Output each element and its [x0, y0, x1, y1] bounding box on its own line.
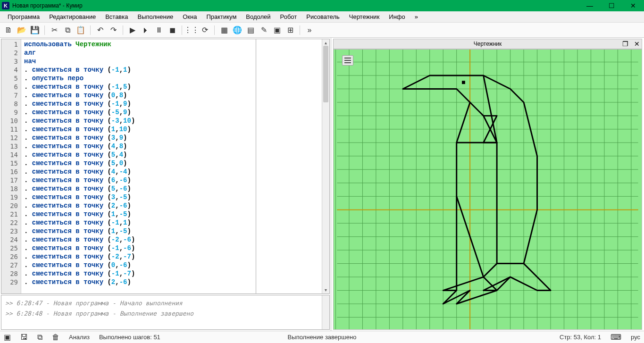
drawing-canvas[interactable] — [333, 49, 642, 330]
menu-Водолей[interactable]: Водолей — [241, 12, 275, 21]
undo-icon[interactable]: ↶ — [94, 25, 106, 36]
menu-Редактирование[interactable]: Редактирование — [44, 12, 100, 21]
code-content[interactable]: использовать Чертежник алг нач . сместит… — [21, 39, 256, 293]
status-lang: рус — [631, 334, 640, 341]
paste-icon[interactable]: 📋 — [75, 25, 86, 36]
stop-icon[interactable]: ◼ — [167, 25, 178, 36]
tool-icon[interactable]: ✎ — [258, 25, 269, 36]
status-done: Выполнение завершено — [288, 334, 357, 341]
console-line: >> 6:28:47 - Новая программа - Начало вы… — [5, 298, 318, 309]
canvas-menu-icon[interactable] — [342, 55, 353, 66]
step-icon[interactable]: ⏵ — [140, 25, 151, 36]
keyboard-icon[interactable]: ⌨ — [611, 333, 621, 342]
window-title: Новая программа* - Кумир — [12, 2, 579, 9]
status-analysis: Анализ — [69, 334, 90, 341]
separator — [44, 25, 45, 35]
separator — [123, 25, 123, 35]
title-bar: K Новая программа* - Кумир — ☐ ✕ — [0, 0, 644, 11]
editor-scrollbar[interactable]: ▴ ▾ — [322, 39, 329, 293]
menu-»[interactable]: » — [410, 12, 423, 21]
separator — [300, 25, 300, 35]
run-icon[interactable]: ▶ — [127, 25, 138, 36]
separator — [182, 25, 182, 35]
maximize-button[interactable]: ☐ — [601, 0, 622, 11]
app-icon: K — [2, 2, 9, 9]
chevron-right-icon[interactable]: » — [304, 25, 315, 36]
menu-Инфо[interactable]: Инфо — [384, 12, 410, 21]
status-steps: Выполнено шагов: 51 — [99, 334, 160, 341]
panel-close-icon[interactable]: ✕ — [634, 40, 640, 48]
separator — [90, 25, 91, 35]
panel-title-text: Чертежник — [474, 41, 502, 47]
status-icon[interactable]: 🗑 — [52, 333, 59, 342]
status-icon[interactable]: ▣ — [4, 333, 11, 342]
status-bar: ▣ 🖫 ⧉ 🗑 Анализ Выполнено шагов: 51 Выпол… — [0, 331, 644, 343]
new-file-icon[interactable]: 🗎 — [3, 25, 14, 36]
drawing-svg — [334, 50, 642, 329]
toolbar: 🗎 📂 💾 ✂ ⧉ 📋 ↶ ↷ ▶ ⏵ ⏸ ◼ ⋮⋮ ⟳ ▦ 🌐 ▤ ✎ ▣ ⊞… — [0, 23, 644, 38]
menu-Робот[interactable]: Робот — [276, 12, 302, 21]
menu-Выполнение[interactable]: Выполнение — [133, 12, 178, 21]
grid-icon[interactable]: ▦ — [218, 25, 230, 36]
status-icon[interactable]: ⧉ — [37, 333, 42, 342]
code-editor[interactable]: 1234567891011121314151617181920212223242… — [1, 39, 330, 294]
menu-Рисователь[interactable]: Рисователь — [301, 12, 344, 21]
menu-Вставка[interactable]: Вставка — [100, 12, 133, 21]
cut-icon[interactable]: ✂ — [49, 25, 60, 36]
tool-icon[interactable]: ⊞ — [284, 25, 296, 36]
console-scrollbar[interactable] — [322, 295, 329, 329]
menu-Окна[interactable]: Окна — [178, 12, 201, 21]
redo-icon[interactable]: ↷ — [108, 25, 119, 36]
save-file-icon[interactable]: 💾 — [29, 25, 41, 36]
globe-icon[interactable]: 🌐 — [232, 25, 243, 36]
console-line: >> 6:28:48 - Новая программа - Выполнени… — [5, 309, 318, 319]
minimize-button[interactable]: — — [579, 0, 601, 11]
pause-icon[interactable]: ⏸ — [153, 25, 165, 36]
status-cursor-pos: Стр: 53, Кол: 1 — [560, 334, 601, 341]
separator — [214, 25, 215, 35]
menu-Практикум[interactable]: Практикум — [201, 12, 241, 21]
editor-margin — [256, 39, 322, 293]
scroll-thumb[interactable] — [323, 46, 328, 102]
close-button[interactable]: ✕ — [622, 0, 644, 11]
menu-bar: ПрограммаРедактированиеВставкаВыполнение… — [0, 11, 644, 23]
status-icon[interactable]: 🖫 — [20, 333, 28, 342]
tool-icon[interactable]: ⟳ — [199, 25, 210, 36]
line-gutter: 1234567891011121314151617181920212223242… — [1, 39, 21, 293]
copy-icon[interactable]: ⧉ — [62, 25, 73, 36]
open-file-icon[interactable]: 📂 — [16, 25, 27, 36]
tool-icon[interactable]: ▣ — [271, 25, 283, 36]
drawing-panel-title: Чертежник ❐ ✕ — [333, 39, 642, 49]
scroll-up-icon[interactable]: ▴ — [322, 40, 329, 45]
tool-icon[interactable]: ⋮⋮ — [186, 25, 197, 36]
menu-Чертежник[interactable]: Чертежник — [344, 12, 385, 21]
menu-Программа[interactable]: Программа — [3, 12, 44, 21]
svg-rect-64 — [462, 81, 465, 84]
scroll-down-icon[interactable]: ▾ — [322, 287, 329, 293]
output-console: >> 6:28:47 - Новая программа - Начало вы… — [1, 295, 330, 330]
panel-restore-icon[interactable]: ❐ — [622, 40, 628, 48]
tool-icon[interactable]: ▤ — [245, 25, 256, 36]
